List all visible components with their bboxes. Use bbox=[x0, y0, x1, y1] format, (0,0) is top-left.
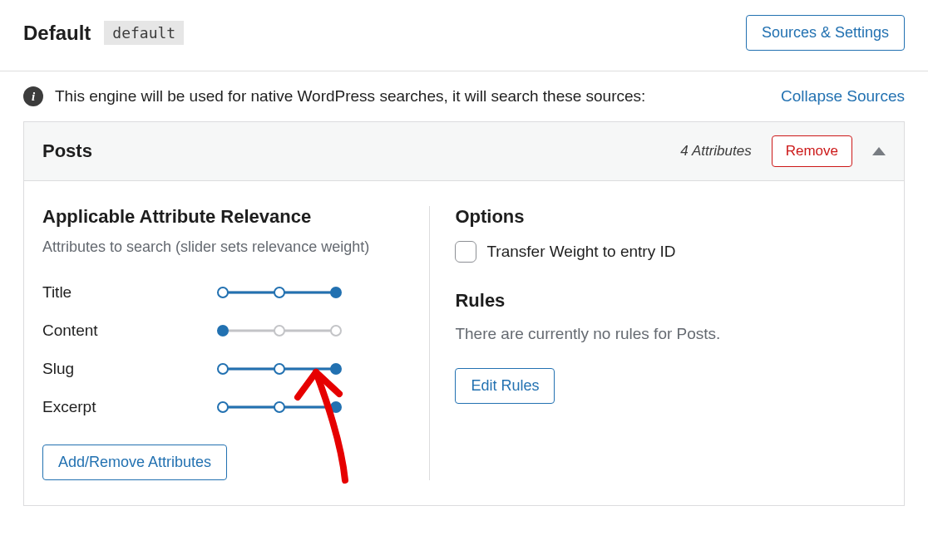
transfer-weight-checkbox[interactable] bbox=[455, 241, 476, 263]
attribute-row-excerpt: Excerpt bbox=[42, 398, 404, 416]
panel-title: Posts bbox=[42, 140, 92, 162]
panel-header: Posts 4 Attributes Remove bbox=[24, 122, 904, 181]
attribute-row-content: Content bbox=[42, 322, 404, 340]
sources-settings-button[interactable]: Sources & Settings bbox=[746, 15, 905, 51]
attribute-row-title: Title bbox=[42, 283, 404, 302]
relevance-subtitle: Attributes to search (slider sets releva… bbox=[42, 236, 404, 258]
info-icon: i bbox=[23, 86, 43, 106]
info-message: This engine will be used for native Word… bbox=[55, 87, 645, 106]
chevron-up-icon[interactable] bbox=[872, 147, 886, 155]
transfer-weight-label: Transfer Weight to entry ID bbox=[486, 241, 675, 263]
attribute-label: Content bbox=[42, 322, 217, 340]
remove-source-button[interactable]: Remove bbox=[772, 135, 852, 167]
attribute-label: Excerpt bbox=[42, 398, 217, 416]
relevance-slider-content[interactable] bbox=[217, 324, 342, 337]
relevance-slider-slug[interactable] bbox=[217, 362, 342, 376]
rules-empty-text: There are currently no rules for Posts. bbox=[455, 325, 886, 343]
collapse-sources-link[interactable]: Collapse Sources bbox=[781, 87, 905, 106]
info-row: i This engine will be used for native Wo… bbox=[0, 71, 928, 121]
add-remove-attributes-button[interactable]: Add/Remove Attributes bbox=[42, 445, 227, 480]
relevance-slider-excerpt[interactable] bbox=[217, 400, 342, 414]
engine-header: Default default Sources & Settings bbox=[0, 0, 928, 71]
edit-rules-button[interactable]: Edit Rules bbox=[455, 368, 555, 404]
relevance-slider-title[interactable] bbox=[217, 286, 342, 299]
engine-title: Default bbox=[23, 22, 91, 45]
source-panel-posts: Posts 4 Attributes Remove Applicable Att… bbox=[23, 121, 905, 506]
relevance-title: Applicable Attribute Relevance bbox=[42, 206, 404, 228]
options-title: Options bbox=[455, 206, 886, 228]
engine-slug-badge: default bbox=[104, 21, 184, 45]
attribute-label: Slug bbox=[42, 360, 217, 378]
attribute-row-slug: Slug bbox=[42, 360, 404, 378]
rules-title: Rules bbox=[455, 290, 886, 312]
attribute-count: 4 Attributes bbox=[680, 143, 751, 160]
attribute-label: Title bbox=[42, 283, 217, 302]
